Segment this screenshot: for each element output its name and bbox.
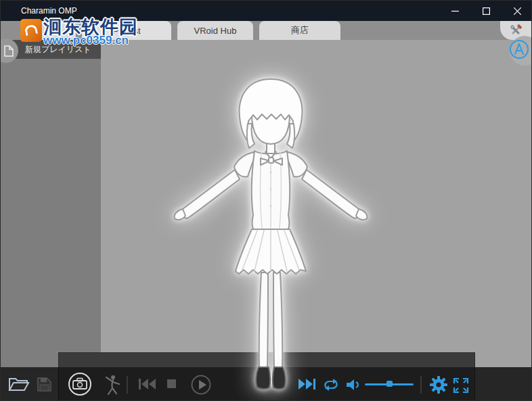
watermark-site-url: www.pc0359.cn <box>43 34 129 47</box>
motion-button[interactable] <box>101 373 123 396</box>
toolbar-divider <box>127 376 128 394</box>
open-folder-icon <box>8 375 30 393</box>
document-page-icon <box>4 45 14 57</box>
maximize-button[interactable] <box>470 1 502 21</box>
close-icon <box>514 7 521 15</box>
watermark-logo-glyph <box>24 24 39 37</box>
minimize-icon <box>451 7 459 15</box>
minimize-button[interactable] <box>439 1 470 21</box>
settings-button[interactable] <box>428 375 449 395</box>
app-window: Charamin OMP Playlist VRoid Hub 商店 新規プレイ… <box>0 0 532 401</box>
motion-figure-icon <box>102 374 121 396</box>
maximize-icon <box>483 7 490 15</box>
fullscreen-expand-icon <box>453 377 469 394</box>
effect-a-button[interactable] <box>508 39 530 63</box>
window-title: Charamin OMP <box>21 6 77 16</box>
watermark-logo <box>20 19 42 42</box>
effect-a-icon <box>508 39 530 60</box>
skip-previous-button[interactable] <box>136 377 158 392</box>
skip-previous-icon <box>137 378 156 390</box>
save-floppy-icon <box>37 377 52 392</box>
toolbar-divider <box>420 376 422 394</box>
save-button[interactable] <box>35 375 53 393</box>
tab-vroid-hub[interactable]: VRoid Hub <box>177 21 253 40</box>
window-controls <box>439 1 532 21</box>
volume-handle[interactable] <box>386 381 393 387</box>
screenshot-button[interactable] <box>66 371 93 398</box>
tab-shop[interactable]: 商店 <box>259 21 340 40</box>
camera-icon <box>67 371 93 397</box>
character-model <box>172 76 375 394</box>
fullscreen-button[interactable] <box>451 376 470 395</box>
playlist-sidebar: 新規プレイリスト <box>1 40 101 401</box>
open-folder-button[interactable] <box>7 374 30 394</box>
close-button[interactable] <box>502 1 532 21</box>
settings-gear-icon <box>429 375 448 394</box>
